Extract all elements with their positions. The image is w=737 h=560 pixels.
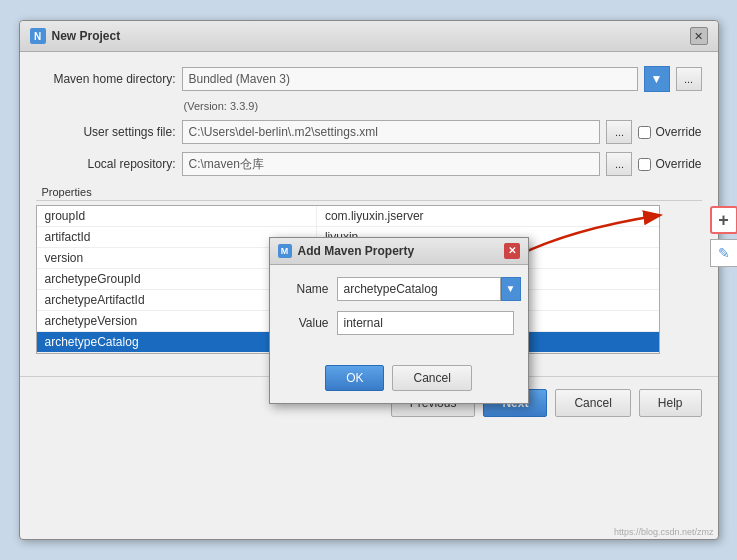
dialog-name-input[interactable]	[337, 277, 501, 301]
table-row[interactable]: groupIdcom.liyuxin.jserver	[37, 206, 659, 227]
title-bar: N New Project ✕	[20, 21, 718, 52]
dialog-cancel-button[interactable]: Cancel	[392, 365, 471, 391]
dialog-name-row: Name ▼	[284, 277, 514, 301]
add-maven-property-dialog: M Add Maven Property ✕ Name ▼ Value	[269, 237, 529, 404]
user-settings-label: User settings file:	[36, 125, 176, 139]
dialog-value-row: Value	[284, 311, 514, 335]
user-settings-override[interactable]: Override	[638, 125, 701, 139]
main-window: N New Project ✕ Maven home directory: ▼ …	[19, 20, 719, 540]
dialog-title-bar: M Add Maven Property ✕	[270, 238, 528, 265]
close-button[interactable]: ✕	[690, 27, 708, 45]
user-settings-browse[interactable]: ...	[606, 120, 632, 144]
maven-home-row: Maven home directory: ▼ ...	[36, 66, 702, 92]
watermark: https://blog.csdn.net/zmz	[614, 527, 714, 537]
dialog-ok-button[interactable]: OK	[325, 365, 384, 391]
dialog-name-input-group: ▼	[337, 277, 521, 301]
window-icon: N	[30, 28, 46, 44]
dialog-icon: M	[278, 244, 292, 258]
edit-property-button[interactable]: ✎	[710, 239, 738, 267]
local-repo-browse[interactable]: ...	[606, 152, 632, 176]
local-repo-input[interactable]	[182, 152, 601, 176]
dialog-value-label: Value	[284, 316, 329, 330]
dialog-name-dropdown[interactable]: ▼	[501, 277, 521, 301]
maven-home-label: Maven home directory:	[36, 72, 176, 86]
user-settings-row: User settings file: ... Override	[36, 120, 702, 144]
local-repo-override[interactable]: Override	[638, 157, 701, 171]
user-settings-input[interactable]	[182, 120, 601, 144]
local-repo-row: Local repository: ... Override	[36, 152, 702, 176]
window-title: New Project	[52, 29, 121, 43]
maven-home-input[interactable]	[182, 67, 638, 91]
properties-label: Properties	[36, 184, 702, 201]
help-button[interactable]: Help	[639, 389, 702, 417]
version-text: (Version: 3.3.9)	[184, 100, 702, 112]
user-settings-override-checkbox[interactable]	[638, 126, 651, 139]
maven-home-browse[interactable]: ...	[676, 67, 702, 91]
dialog-body: Name ▼ Value	[270, 265, 528, 357]
dialog-title-text: Add Maven Property	[298, 244, 415, 258]
dialog-footer: OK Cancel	[270, 357, 528, 403]
dialog-value-input[interactable]	[337, 311, 514, 335]
cancel-button[interactable]: Cancel	[555, 389, 630, 417]
dialog-close-button[interactable]: ✕	[504, 243, 520, 259]
dialog-name-label: Name	[284, 282, 329, 296]
add-property-button[interactable]: +	[710, 206, 738, 234]
maven-home-dropdown[interactable]: ▼	[644, 66, 670, 92]
local-repo-override-checkbox[interactable]	[638, 158, 651, 171]
local-repo-label: Local repository:	[36, 157, 176, 171]
